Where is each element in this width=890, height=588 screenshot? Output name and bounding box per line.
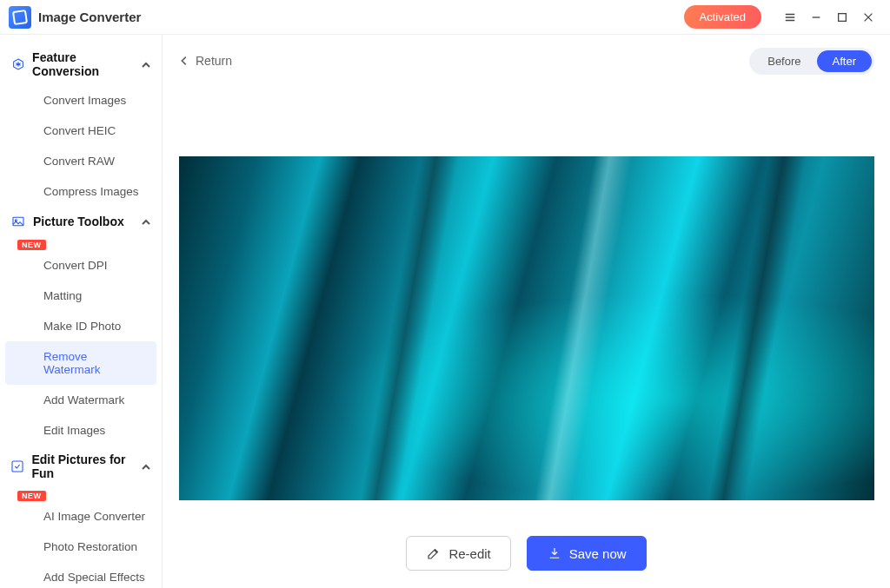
window-minimize-icon[interactable] xyxy=(803,4,829,30)
window-maximize-icon[interactable] xyxy=(829,4,855,30)
sidebar-item-matting[interactable]: Matting xyxy=(5,281,156,311)
sidebar-item-compress-images[interactable]: Compress Images xyxy=(5,176,156,207)
svg-rect-0 xyxy=(839,13,847,21)
sidebar: Feature Conversion Convert Images Conver… xyxy=(0,35,163,588)
new-badge: NEW xyxy=(17,240,46,250)
preview-canvas xyxy=(178,92,874,527)
image-frame xyxy=(179,92,874,521)
download-icon xyxy=(547,545,562,561)
reedit-label: Re-edit xyxy=(448,546,490,561)
chevron-up-icon xyxy=(141,216,151,227)
sidebar-group-edit[interactable]: Edit Pictures for Fun xyxy=(0,446,162,487)
sidebar-item-convert-heic[interactable]: Convert HEIC xyxy=(5,116,156,146)
chevron-up-icon xyxy=(141,59,151,69)
main-content: Return Before After Re-edit Save now xyxy=(163,35,890,588)
sidebar-item-special-effects[interactable]: Add Special Effects xyxy=(5,562,156,588)
feature-conversion-icon xyxy=(10,56,25,72)
sidebar-item-convert-dpi[interactable]: Convert DPI xyxy=(5,250,156,281)
sidebar-group-toolbox[interactable]: Picture Toolbox xyxy=(0,207,162,236)
sidebar-item-convert-images[interactable]: Convert Images xyxy=(5,85,156,116)
group-label: Feature Conversion xyxy=(32,50,141,78)
return-button[interactable]: Return xyxy=(178,54,232,68)
toggle-after[interactable]: After xyxy=(817,50,872,72)
main-topline: Return Before After xyxy=(178,45,874,76)
chevron-left-icon xyxy=(178,55,190,67)
preview-image xyxy=(179,156,874,500)
app-logo-icon xyxy=(9,6,31,29)
reedit-button[interactable]: Re-edit xyxy=(406,536,510,571)
chevron-up-icon xyxy=(141,461,151,472)
edit-icon xyxy=(426,545,442,561)
hamburger-menu-icon[interactable] xyxy=(777,4,803,30)
toggle-before[interactable]: Before xyxy=(752,50,816,72)
sidebar-item-edit-images[interactable]: Edit Images xyxy=(5,415,156,446)
picture-toolbox-icon xyxy=(10,214,26,229)
sidebar-item-make-id-photo[interactable]: Make ID Photo xyxy=(5,311,156,341)
sidebar-item-add-watermark[interactable]: Add Watermark xyxy=(5,385,156,415)
action-bar: Re-edit Save now xyxy=(178,536,874,574)
sidebar-item-ai-converter[interactable]: AI Image Converter xyxy=(5,501,156,532)
return-label: Return xyxy=(196,54,232,68)
new-badge: NEW xyxy=(17,491,46,501)
sidebar-group-feature[interactable]: Feature Conversion xyxy=(0,43,162,85)
sidebar-item-photo-restoration[interactable]: Photo Restoration xyxy=(5,532,156,562)
titlebar: Image Converter Activated xyxy=(0,0,890,35)
group-label: Picture Toolbox xyxy=(33,215,124,228)
sidebar-item-convert-raw[interactable]: Convert RAW xyxy=(5,146,156,176)
window-close-icon[interactable] xyxy=(855,4,881,30)
edit-pictures-icon xyxy=(10,459,24,474)
app-title: Image Converter xyxy=(38,10,141,24)
save-now-button[interactable]: Save now xyxy=(527,536,647,571)
sidebar-item-remove-watermark[interactable]: Remove Watermark xyxy=(5,341,156,385)
save-label: Save now xyxy=(569,546,627,561)
activated-button[interactable]: Activated xyxy=(684,5,761,29)
before-after-toggle[interactable]: Before After xyxy=(749,48,874,75)
svg-rect-3 xyxy=(12,461,23,472)
group-label: Edit Pictures for Fun xyxy=(31,453,141,480)
